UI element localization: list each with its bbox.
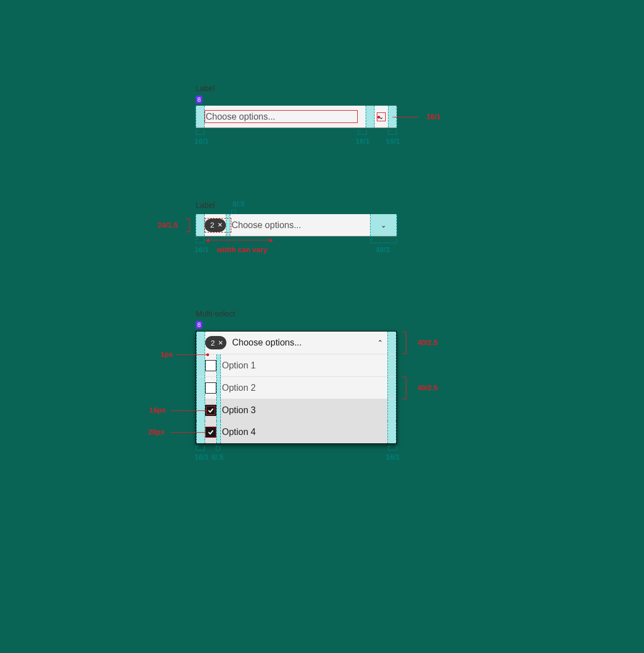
gap-annotation: 8/.5 <box>233 200 245 208</box>
close-icon[interactable]: ✕ <box>217 221 222 229</box>
checkbox-checked[interactable] <box>205 427 216 438</box>
menu-option[interactable]: Option 4 20px <box>196 421 396 443</box>
chevron-down-icon: ⌄ <box>381 221 386 229</box>
multiselect-menu: 2 ✕ Choose options... ⌃ 40/2.5 Option 1 <box>196 331 397 444</box>
row-height-bracket <box>402 377 406 399</box>
option-label: Option 2 <box>221 383 255 393</box>
multiselect-field[interactable]: 2 ✕ Choose options... ⌃ 40/2.5 <box>196 332 396 354</box>
option-label: Option 4 <box>221 427 255 437</box>
checkbox-size-annotation: 20px <box>148 428 165 436</box>
row-height-bracket <box>402 332 406 354</box>
chevron-up-icon[interactable]: ⌃ <box>377 339 383 347</box>
spacing-badge: 8 <box>196 96 202 103</box>
placeholder-text: Choose options... <box>230 220 370 230</box>
spacing-badge: 8 <box>196 321 202 329</box>
padding-left-spec <box>196 106 205 127</box>
placeholder-text: Choose options... <box>205 112 366 122</box>
gap-spec <box>226 214 230 236</box>
menu-option[interactable]: Option 2 40/2.5 <box>196 376 396 399</box>
spec-multiselect-with-tag: Label 8/.5 2 ✕ Choose options... ⌄ 24/1.… <box>196 201 397 253</box>
bottom-annotations: 16/1 8/.5 16/1 <box>196 444 397 461</box>
checkbox-checked[interactable] <box>205 405 216 416</box>
tag-count: 2 <box>211 339 215 347</box>
field-label: Multi-select <box>196 309 397 318</box>
padding-left-spec <box>196 214 205 236</box>
field-label: Label <box>196 84 397 93</box>
spec-closed-multiselect: Label 8 Choose options... ⌄ 16/1 16/1 16… <box>196 84 397 145</box>
spec-multiselect-open: Multi-select 8 2 ✕ Choose options... ⌃ 4… <box>196 309 397 461</box>
checkbox[interactable] <box>205 360 216 371</box>
checkmark-size-annotation: 16px <box>149 406 166 414</box>
chevron-size-annotation: 16/1 <box>427 112 441 121</box>
selection-count-tag[interactable]: 2 ✕ <box>205 219 226 232</box>
width-vary-annotation: width can vary <box>217 245 267 254</box>
divider-annotation: 1px <box>160 350 173 358</box>
leader-line <box>392 117 418 117</box>
menu-option[interactable]: Option 1 1px <box>196 354 396 376</box>
bottom-annotations: 16/1 width can vary 48/3 <box>196 236 397 253</box>
option-label: Option 3 <box>221 405 255 415</box>
tag-count: 2 <box>210 221 214 229</box>
chevron-area-spec[interactable]: ⌄ <box>370 214 397 236</box>
menu-option[interactable]: Option 3 16px <box>196 399 396 421</box>
field-label: Label <box>196 201 397 210</box>
option-label: Option 1 <box>221 361 255 371</box>
tag-height-bracket <box>186 219 190 232</box>
selection-count-tag[interactable]: 2 ✕ <box>205 336 226 349</box>
bottom-annotations: 16/1 16/1 16/1 <box>196 128 397 145</box>
tag-height-annotation: 24/1.5 <box>158 221 178 229</box>
checkbox[interactable] <box>205 382 216 394</box>
multiselect-field[interactable]: 2 ✕ Choose options... ⌄ 24/1.5 <box>196 214 397 236</box>
close-icon[interactable]: ✕ <box>218 339 223 347</box>
placeholder-text: Choose options... <box>231 338 373 348</box>
multiselect-field[interactable]: Choose options... ⌄ 16/1 <box>196 106 397 128</box>
padding-mid-spec <box>366 106 375 127</box>
